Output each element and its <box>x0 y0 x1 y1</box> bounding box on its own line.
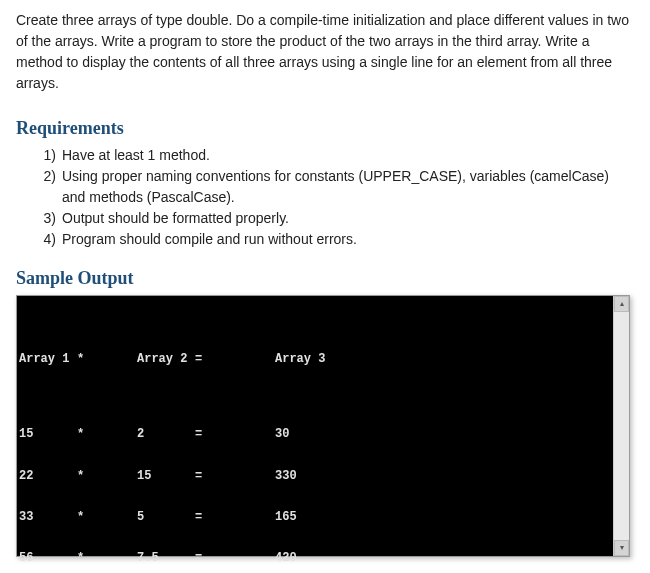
value-a3: 165 <box>275 511 335 525</box>
intro-paragraph: Create three arrays of type double. Do a… <box>16 10 634 94</box>
value-a2: 2 <box>137 428 195 442</box>
scroll-up-button[interactable]: ▴ <box>614 296 629 312</box>
op-mult: * <box>77 552 137 566</box>
value-a2: 5 <box>137 511 195 525</box>
sample-output-heading: Sample Output <box>16 268 634 289</box>
header-op2: = <box>195 353 275 367</box>
list-item: 4)Program should compile and run without… <box>44 229 634 250</box>
op-eq: = <box>195 511 275 525</box>
list-text: Have at least 1 method. <box>62 147 210 163</box>
console-header-row: Array 1 * Array 2 = Array 3 <box>19 353 611 367</box>
list-number: 4) <box>32 229 56 250</box>
list-text: Output should be formatted properly. <box>62 210 289 226</box>
value-a2: 7.5 <box>137 552 195 566</box>
list-text: Program should compile and run without e… <box>62 231 357 247</box>
requirements-list: 1)Have at least 1 method. 2)Using proper… <box>44 145 634 250</box>
list-number: 3) <box>32 208 56 229</box>
requirements-heading: Requirements <box>16 118 634 139</box>
scroll-down-button[interactable]: ▾ <box>614 540 629 556</box>
header-op1: * <box>77 353 137 367</box>
table-row: 15 * 2 = 30 <box>19 428 611 442</box>
header-array1: Array 1 <box>19 353 77 367</box>
value-a3: 420 <box>275 552 335 566</box>
scrollbar[interactable]: ▴ ▾ <box>613 296 629 556</box>
list-text: Using proper naming conventions for cons… <box>62 168 609 205</box>
op-mult: * <box>77 428 137 442</box>
op-mult: * <box>77 511 137 525</box>
value-a3: 30 <box>275 428 335 442</box>
op-eq: = <box>195 428 275 442</box>
value-a3: 330 <box>275 470 335 484</box>
op-mult: * <box>77 470 137 484</box>
value-a1: 56 <box>19 552 77 566</box>
list-number: 1) <box>32 145 56 166</box>
op-eq: = <box>195 552 275 566</box>
op-eq: = <box>195 470 275 484</box>
list-item: 1)Have at least 1 method. <box>44 145 634 166</box>
console-content: Array 1 * Array 2 = Array 3 15 * 2 = 30 … <box>19 326 611 567</box>
blank-line <box>19 395 611 401</box>
value-a1: 22 <box>19 470 77 484</box>
list-number: 2) <box>32 166 56 187</box>
list-item: 3)Output should be formatted properly. <box>44 208 634 229</box>
value-a2: 15 <box>137 470 195 484</box>
value-a1: 15 <box>19 428 77 442</box>
header-array3: Array 3 <box>275 353 335 367</box>
console-output: Array 1 * Array 2 = Array 3 15 * 2 = 30 … <box>17 296 613 556</box>
table-row: 56 * 7.5 = 420 <box>19 552 611 566</box>
table-row: 22 * 15 = 330 <box>19 470 611 484</box>
header-array2: Array 2 <box>137 353 195 367</box>
value-a1: 33 <box>19 511 77 525</box>
table-row: 33 * 5 = 165 <box>19 511 611 525</box>
console-window: Array 1 * Array 2 = Array 3 15 * 2 = 30 … <box>16 295 630 557</box>
list-item: 2)Using proper naming conventions for co… <box>44 166 634 208</box>
